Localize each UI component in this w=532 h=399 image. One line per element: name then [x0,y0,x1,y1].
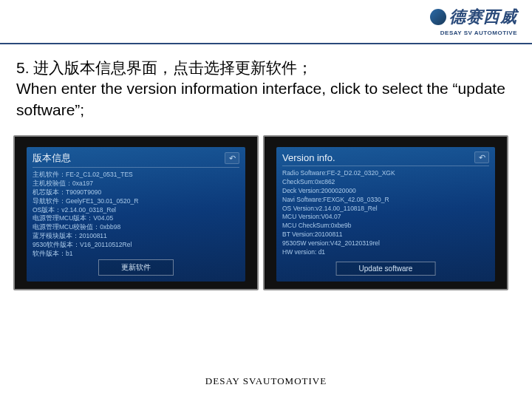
info-line: 机芯版本：T9090T9090 [33,188,239,197]
screenshots-row: 版本信息 ↶ 主机软件：FE-2_C1.02_0531_TES主机校验值：0xa… [0,128,532,290]
info-line: Deck Version:2000020000 [282,187,489,196]
instruction-block: 5. 进入版本信息界面，点击选择更新软件； When enter the ver… [0,44,532,128]
screenshot-right-frame: Version info. ↶ Radio Software:FE-2_D2.0… [263,135,508,290]
screen-right-header: Version info. ↶ [282,151,489,166]
info-line: MCU CheckSum:0xbe9b [282,222,489,231]
screen-right-lines: Radio Software:FE-2_D2.02_0320_XGKCheckS… [282,169,489,257]
page-header: 德赛西威 DESAY SV AUTOMOTIVE [0,0,532,44]
info-line: 蓝牙模块版本：20100811 [33,232,239,241]
logo-en-text: DESAY SV AUTOMOTIVE [430,30,517,36]
info-line: Radio Software:FE-2_D2.02_0320_XGK [282,169,489,178]
info-line: Navi Software:FEXGK_42.08_0330_R [282,196,489,205]
info-line: 导航软件：GeelyFE1_30.01_0520_R [33,197,239,206]
info-line: 主机软件：FE-2_C1.02_0531_TES [33,171,239,180]
info-line: CheckSum:0xc862 [282,178,489,187]
info-line: OS版本：v2.14.00_0318_Rel [33,206,239,215]
screen-right-title: Version info. [282,152,335,163]
screen-left-title: 版本信息 [33,151,71,165]
screenshot-left: 版本信息 ↶ 主机软件：FE-2_C1.02_0531_TES主机校验值：0xa… [27,147,245,282]
info-line: MCU Version:V04.07 [282,213,489,222]
back-icon[interactable]: ↶ [474,151,489,163]
info-line: 电源管理MCU版本：V04.05 [33,214,239,223]
info-line: 电源管理MCU校验值：0xbb98 [33,223,239,232]
page-footer: DESAY SVAUTOMOTIVE [0,375,532,387]
back-icon[interactable]: ↶ [225,152,239,164]
instruction-cn: 5. 进入版本信息界面，点击选择更新软件； [16,58,516,78]
info-line: BT Version:20100811 [282,231,489,239]
update-software-button-en[interactable]: Update software [336,262,436,276]
logo-cn-text: 德赛西威 [430,6,517,28]
info-line: 主机校验值：0xa197 [33,180,239,188]
screenshot-left-frame: 版本信息 ↶ 主机软件：FE-2_C1.02_0531_TES主机校验值：0xa… [13,135,259,290]
info-line: 9530软件版本：V16_20110512Rel [33,241,239,250]
info-line: OS Version:v2.14.00_110818_Rel [282,205,489,214]
info-line: HW version: d1 [282,248,489,257]
screen-left-lines: 主机软件：FE-2_C1.02_0531_TES主机校验值：0xa197机芯版本… [33,171,239,259]
screen-left-header: 版本信息 ↶ [33,151,239,168]
screenshot-right: Version info. ↶ Radio Software:FE-2_D2.0… [276,147,495,282]
info-line: 软件版本：b1 [33,250,239,259]
info-line: 9530SW version:V42_20120319rel [282,239,489,248]
logo-block: 德赛西威 DESAY SV AUTOMOTIVE [430,6,517,36]
update-software-button-cn[interactable]: 更新软件 [98,259,174,276]
instruction-en: When enter the version information inter… [16,78,516,120]
